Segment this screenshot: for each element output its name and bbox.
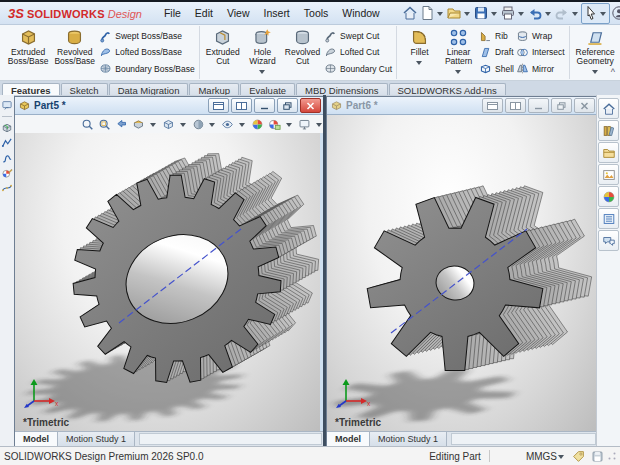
hideshow-dropdown-arrow[interactable] — [239, 123, 245, 130]
wrap-button[interactable]: Wrap — [516, 29, 565, 43]
previous-view-icon[interactable] — [115, 117, 128, 132]
part5-restore-button[interactable] — [277, 98, 298, 113]
part5-tile2-button[interactable] — [231, 98, 252, 113]
refgeom-dropdown-arrow[interactable] — [592, 70, 598, 77]
home-icon[interactable] — [402, 5, 418, 21]
part6-viewport[interactable]: x *Trimetric — [327, 115, 598, 431]
part6-tile-button[interactable] — [482, 98, 503, 113]
menu-view[interactable]: View — [227, 7, 250, 19]
revolved-boss-base-button[interactable]: Revolved Boss/Base — [52, 27, 97, 78]
orientation-dropdown-arrow[interactable] — [180, 123, 186, 130]
model-tab[interactable]: Model — [15, 432, 58, 446]
user-account-icon[interactable] — [611, 5, 620, 21]
taskpane-appearances-button[interactable] — [598, 186, 619, 207]
part6-tile2-button[interactable] — [505, 98, 526, 113]
swept-cut-button[interactable]: Swept Cut — [324, 29, 392, 43]
select-dropdown-arrow[interactable] — [600, 12, 606, 19]
taskpane-view-palette-button[interactable] — [598, 164, 619, 185]
zoom-to-fit-icon[interactable] — [81, 117, 94, 132]
display-style-icon[interactable] — [192, 117, 205, 132]
save-status-icon[interactable] — [591, 450, 604, 463]
fillet-dropdown-arrow[interactable] — [416, 61, 422, 68]
pattern-dropdown-arrow[interactable] — [455, 70, 461, 77]
part6-title-bar[interactable]: Part6 * — [327, 97, 598, 115]
taskpane-custom-properties-button[interactable] — [598, 208, 619, 229]
status-divider — [489, 450, 490, 462]
boundary-boss-base-button[interactable]: Boundary Boss/Base — [99, 62, 194, 76]
lofted-cut-button[interactable]: Lofted Cut — [324, 45, 392, 59]
rib-button[interactable]: Rib — [479, 29, 514, 43]
gear-model-part5[interactable] — [15, 133, 324, 431]
scene-dropdown-arrow[interactable] — [286, 123, 292, 130]
select-tool-button[interactable] — [581, 3, 610, 24]
part6-minimize-button[interactable] — [528, 98, 549, 113]
appearance-pencil-icon[interactable] — [1, 167, 13, 179]
taskpane-home-button[interactable] — [598, 98, 619, 119]
units-dropdown-arrow[interactable] — [558, 455, 564, 462]
print-dropdown-arrow[interactable] — [518, 12, 524, 19]
linear-pattern-button[interactable]: Linear Pattern — [440, 27, 477, 78]
print-icon[interactable] — [500, 5, 516, 21]
edit-appearance-icon[interactable] — [251, 117, 264, 132]
hole-wizard-dropdown-arrow[interactable] — [259, 70, 265, 77]
viewsettings-dropdown-arrow[interactable] — [316, 123, 322, 130]
taskpane-file-explorer-button[interactable] — [598, 142, 619, 163]
redo-dropdown-arrow[interactable] — [572, 12, 578, 19]
part5-close-button[interactable] — [300, 98, 321, 113]
section-dropdown-arrow[interactable] — [150, 123, 156, 130]
taskpane-design-library-button[interactable] — [598, 120, 619, 141]
menu-edit[interactable]: Edit — [195, 7, 213, 19]
menu-insert[interactable]: Insert — [264, 7, 290, 19]
draft-button[interactable]: Draft — [479, 45, 514, 59]
spline-tool-icon[interactable] — [1, 152, 13, 164]
new-dropdown-arrow[interactable] — [437, 12, 443, 19]
new-document-icon[interactable] — [419, 5, 435, 21]
save-dropdown-arrow[interactable] — [491, 12, 497, 19]
motion-study-tab[interactable]: Motion Study 1 — [370, 432, 447, 446]
apply-scene-icon[interactable] — [268, 117, 281, 132]
part5-viewport[interactable]: x *Trimetric — [15, 133, 324, 431]
part6-close-button[interactable] — [574, 98, 595, 113]
part5-tile-button[interactable] — [208, 98, 229, 113]
view-orientation-icon[interactable] — [162, 117, 175, 132]
ribbon-collapse-chevron[interactable]: ^ — [611, 67, 615, 77]
part5-minimize-button[interactable] — [254, 98, 275, 113]
appearances-scenes-icon — [602, 190, 616, 204]
part6-restore-button[interactable] — [551, 98, 572, 113]
menu-file[interactable]: File — [164, 7, 181, 19]
menu-tools[interactable]: Tools — [304, 7, 329, 19]
units-selector[interactable]: MMGS — [526, 451, 557, 462]
part5-title-bar[interactable]: Part5 * — [15, 97, 324, 115]
comment-flag-icon[interactable] — [1, 99, 13, 111]
extruded-boss-base-button[interactable]: Extruded Boss/Base — [6, 27, 50, 78]
part-box-icon[interactable] — [1, 122, 13, 134]
menu-window[interactable]: Window — [342, 7, 379, 19]
undo-icon[interactable] — [527, 5, 543, 21]
sketch-line-icon[interactable] — [1, 137, 13, 149]
open-document-icon[interactable] — [446, 5, 462, 21]
taskpane-forum-button[interactable] — [598, 230, 619, 251]
revolved-cut-button[interactable]: Revolved Cut — [283, 27, 322, 78]
motion-study-tab[interactable]: Motion Study 1 — [58, 432, 135, 446]
boundary-cut-button[interactable]: Boundary Cut — [324, 62, 392, 76]
tag-icon[interactable] — [572, 450, 585, 463]
fillet-button[interactable]: Fillet — [401, 27, 438, 78]
undo-dropdown-arrow[interactable] — [545, 12, 551, 19]
save-icon[interactable] — [473, 5, 489, 21]
zoom-to-area-icon[interactable] — [98, 117, 111, 132]
view-settings-icon[interactable] — [298, 117, 311, 132]
hole-wizard-button[interactable]: Hole Wizard — [244, 27, 281, 78]
resize-grip[interactable] — [608, 452, 616, 460]
model-tab[interactable]: Model — [327, 432, 370, 446]
section-view-icon[interactable] — [132, 117, 145, 132]
mirror-button[interactable]: Mirror — [516, 62, 565, 76]
swept-boss-base-button[interactable]: Swept Boss/Base — [99, 29, 194, 43]
open-dropdown-arrow[interactable] — [464, 12, 470, 19]
shell-button[interactable]: Shell — [479, 62, 514, 76]
intersect-button[interactable]: Intersect — [516, 45, 565, 59]
hide-show-items-icon[interactable] — [221, 117, 234, 132]
curve-points-icon[interactable] — [1, 182, 13, 194]
lofted-boss-base-button[interactable]: Lofted Boss/Base — [99, 45, 194, 59]
display-dropdown-arrow[interactable] — [209, 123, 215, 130]
extruded-cut-button[interactable]: Extruded Cut — [204, 27, 242, 78]
